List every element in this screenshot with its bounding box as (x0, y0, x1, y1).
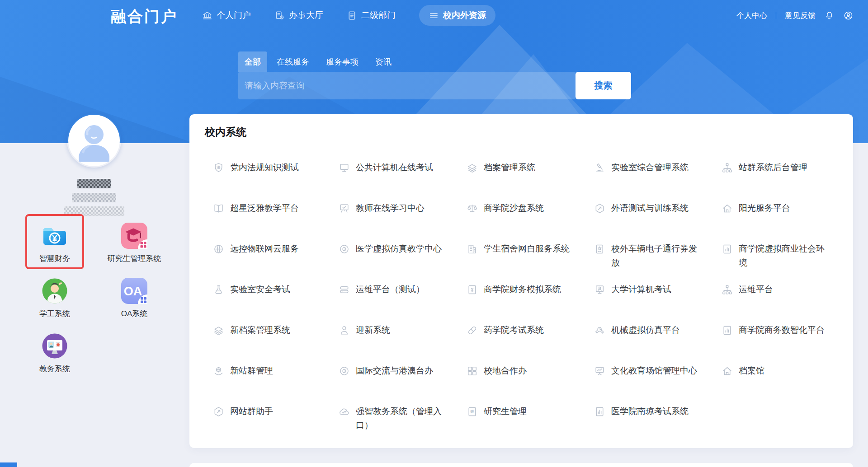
nav-item-2[interactable]: 办事大厅 (274, 9, 323, 21)
system-item[interactable]: 机械虚拟仿真平台 (594, 318, 722, 359)
system-label: 教师在线学习中心 (356, 201, 425, 215)
system-item[interactable]: 网站群助手 (213, 399, 339, 440)
nav-item-1[interactable]: 个人门户 (202, 9, 251, 21)
oa-icon: OA (107, 276, 162, 305)
feedback-link[interactable]: 意见反馈 (785, 10, 816, 21)
wrench-icon (594, 325, 605, 336)
monitor-icon (339, 162, 350, 173)
search-tabs: 全部在线服务服务事项资讯 (238, 51, 408, 72)
nav-item-3[interactable]: 二级部门 (347, 9, 396, 21)
system-label: 站群系统后台管理 (739, 161, 807, 175)
system-item[interactable]: 迎新系统 (339, 318, 467, 359)
system-item[interactable]: 校外车辆电子通行券发放 (594, 237, 722, 277)
system-item[interactable]: 档案管理系统 (467, 155, 594, 196)
layers-icon (213, 325, 224, 336)
system-label: 实验室安全考试 (230, 283, 290, 297)
system-label: 文化教育场馆管理中心 (611, 364, 697, 378)
nav-item-label: 个人门户 (217, 9, 251, 21)
app-shortcut-smart-finance[interactable]: 智慧财务 (25, 214, 84, 269)
whiteboard-icon (339, 203, 350, 214)
system-item[interactable]: 商学院商务数智化平台 (722, 318, 840, 359)
system-item[interactable]: 站群系统后台管理 (722, 155, 840, 196)
system-label: 外语测试与训练系统 (611, 201, 689, 215)
academic-icon (27, 332, 82, 360)
system-item[interactable]: 实验室综合管理系统 (594, 155, 722, 196)
user-name-censored-line (72, 193, 116, 202)
system-item[interactable]: 公共计算机在线考试 (339, 155, 467, 196)
system-item[interactable]: 党内法规知识测试 (213, 155, 339, 196)
app-shortcut-student-affairs[interactable]: 学工系统 (25, 269, 84, 324)
system-item[interactable]: 商学院虚拟商业社会环境 (722, 237, 840, 277)
system-item[interactable]: 大学计算机考试 (594, 277, 722, 318)
search-button[interactable]: 搜索 (576, 72, 631, 99)
id-monitor-icon (594, 284, 605, 295)
search-input[interactable] (238, 72, 576, 99)
system-label: 商学院沙盘系统 (484, 201, 544, 215)
system-label: 阳光服务平台 (739, 201, 790, 215)
user-avatar[interactable] (67, 113, 121, 168)
personal-center-link[interactable]: 个人中心 (736, 10, 767, 21)
nav-item-label: 校内外资源 (443, 9, 486, 21)
person-icon (339, 325, 350, 336)
app-shortcut-oa[interactable]: OAOA系统 (105, 269, 164, 324)
app-shortcut-academic[interactable]: 教务系统 (25, 324, 84, 379)
system-item[interactable]: 外语测试与训练系统 (594, 196, 722, 237)
system-item[interactable]: 档案馆 (722, 359, 840, 399)
system-label: 药学院考试系统 (484, 323, 544, 337)
campus-systems-card: 校内系统 党内法规知识测试公共计算机在线考试档案管理系统实验室综合管理系统站群系… (189, 114, 853, 448)
system-label: 公共计算机在线考试 (356, 161, 433, 175)
bell-icon[interactable] (824, 10, 835, 21)
system-item[interactable]: 强智教务系统（管理入口） (339, 399, 467, 440)
next-section-card (189, 463, 853, 467)
system-item[interactable]: 远控物联网云服务 (213, 237, 339, 277)
system-item[interactable]: 医学虚拟仿真教学中心 (339, 237, 467, 277)
search-tab-2[interactable]: 在线服务 (277, 51, 309, 72)
system-item[interactable]: 实验室安全考试 (213, 277, 339, 318)
system-label: 实验室综合管理系统 (611, 161, 689, 175)
system-item[interactable]: 商学院财务模拟系统 (467, 277, 594, 318)
yan-doc-icon (467, 406, 478, 417)
hand-globe-icon (213, 365, 224, 377)
presentation-icon (594, 365, 605, 377)
system-item[interactable]: 国际交流与港澳台办 (339, 359, 467, 399)
globe-icon (213, 243, 224, 255)
system-label: 医学虚拟仿真教学中心 (356, 242, 442, 256)
app-label: 研究生管理系统 (107, 253, 162, 264)
system-item[interactable]: 阳光服务平台 (722, 196, 840, 237)
app-label: OA系统 (107, 308, 162, 319)
search-tab-3[interactable]: 服务事项 (326, 51, 359, 72)
system-item[interactable]: 药学院考试系统 (467, 318, 594, 359)
system-item[interactable]: 医学院南琼考试系统 (594, 399, 722, 440)
ticket-icon (594, 243, 605, 255)
system-label: 档案管理系统 (484, 161, 535, 175)
system-label: 运维平台 (739, 283, 773, 297)
system-item[interactable]: 商学院沙盘系统 (467, 196, 594, 237)
graduate-icon (107, 221, 162, 250)
system-label: 新档案管理系统 (230, 323, 290, 337)
system-item[interactable]: 新站群管理 (213, 359, 339, 399)
user-circle-icon[interactable] (843, 10, 854, 21)
shield-law-icon (213, 162, 224, 173)
section-title: 校内系统 (205, 125, 853, 139)
system-item[interactable]: 文化教育场馆管理中心 (594, 359, 722, 399)
user-name-censored-line (77, 179, 111, 188)
system-item[interactable]: 学生宿舍网自服务系统 (467, 237, 594, 277)
system-item[interactable]: 超星泛雅教学平台 (213, 196, 339, 237)
search-tab-4[interactable]: 资讯 (375, 51, 392, 72)
system-item[interactable]: 运维平台（测试） (339, 277, 467, 318)
divider (189, 147, 853, 147)
system-item[interactable]: 研究生管理 (467, 399, 594, 440)
chart-doc-icon (722, 243, 733, 255)
system-item[interactable]: 运维平台 (722, 277, 840, 318)
system-item[interactable]: 新档案管理系统 (213, 318, 339, 359)
nav-item-4[interactable]: 校内外资源 (419, 5, 495, 26)
system-item[interactable]: 校地合作办 (467, 359, 594, 399)
system-item[interactable]: 教师在线学习中心 (339, 196, 467, 237)
corner-widget (0, 462, 17, 467)
system-label: 商学院财务模拟系统 (484, 283, 561, 297)
system-label: 校外车辆电子通行券发放 (611, 242, 704, 270)
system-label: 新站群管理 (230, 364, 273, 378)
hexagon-compass-icon (594, 203, 605, 214)
app-shortcut-graduate[interactable]: 研究生管理系统 (105, 214, 164, 269)
search-tab-1[interactable]: 全部 (238, 51, 267, 72)
